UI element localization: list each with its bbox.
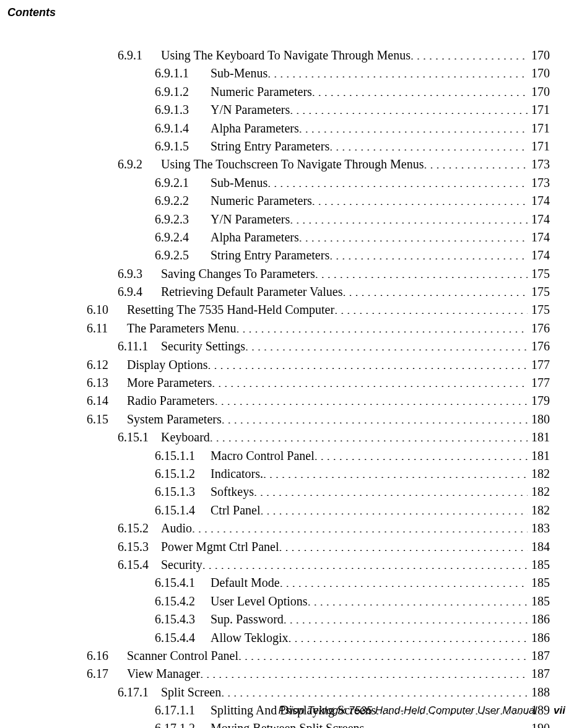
toc-entry-number: 6.15.4.2 bbox=[155, 592, 211, 610]
toc-entry: 6.9.1.3Y/N Parameters171 bbox=[37, 101, 550, 119]
toc-entry-number: 6.15.3 bbox=[118, 538, 161, 556]
toc-entry-title: Softkeys bbox=[211, 483, 254, 501]
toc-entry-title: User Level Options bbox=[211, 592, 308, 610]
toc-entry-page: 188 bbox=[528, 683, 550, 701]
toc-entry-number: 6.15 bbox=[87, 410, 127, 428]
toc-entry: 6.9.2.1Sub-Menus173 bbox=[37, 174, 550, 192]
toc-leader bbox=[280, 574, 528, 587]
toc-entry-page: 175 bbox=[528, 265, 550, 283]
page-footer: Psion Teklogix 7535 Hand-Held Computer U… bbox=[278, 704, 565, 717]
toc-entry-title: Sub-Menus bbox=[211, 174, 267, 192]
toc-entry: 6.9.2.4Alpha Parameters174 bbox=[37, 228, 550, 246]
toc-entry-number: 6.9.2 bbox=[118, 155, 161, 173]
toc-leader bbox=[254, 483, 528, 496]
toc-leader bbox=[290, 102, 528, 114]
toc-entry-page: 174 bbox=[528, 246, 550, 264]
toc-entry: 6.11The Parameters Menu176 bbox=[37, 319, 550, 337]
toc-entry-number: 6.9.1 bbox=[118, 46, 161, 64]
toc-entry-number: 6.15.1.4 bbox=[155, 501, 211, 519]
toc-entry-number: 6.14 bbox=[87, 392, 127, 410]
toc-leader bbox=[237, 320, 528, 332]
toc-entry-page: 190 bbox=[528, 719, 550, 728]
toc-leader bbox=[315, 266, 528, 278]
toc-entry-title: Ctrl Panel bbox=[211, 501, 261, 519]
toc-entry-title: Resetting The 7535 Hand-Held Computer bbox=[127, 301, 334, 319]
toc-entry-page: 184 bbox=[528, 538, 550, 556]
toc-entry: 6.9.1.4Alpha Parameters171 bbox=[37, 119, 550, 137]
toc-entry: 6.15.3Power Mgmt Ctrl Panel184 bbox=[37, 538, 550, 556]
toc-entry-title: Split Screen bbox=[161, 683, 221, 701]
toc-entry-title: String Entry Parameters bbox=[211, 137, 329, 155]
toc-entry-number: 6.15.1.2 bbox=[155, 465, 211, 483]
toc-entry-page: 170 bbox=[528, 46, 550, 64]
toc-entry-title: Radio Parameters bbox=[127, 392, 215, 410]
toc-entry-page: 174 bbox=[528, 210, 550, 228]
toc-entry-title: Retrieving Default Parameter Values bbox=[161, 283, 342, 301]
toc-entry-number: 6.15.1.3 bbox=[155, 483, 211, 501]
toc-entry-number: 6.15.4.3 bbox=[155, 610, 211, 628]
toc-entry: 6.9.2.2Numeric Parameters174 bbox=[37, 192, 550, 210]
toc-leader bbox=[312, 84, 528, 96]
toc-entry-page: 171 bbox=[528, 137, 550, 155]
toc-leader bbox=[263, 466, 528, 478]
toc-entry-title: Macro Control Panel bbox=[211, 447, 315, 465]
toc-entry-number: 6.17.1 bbox=[118, 683, 161, 701]
toc-entry: 6.14Radio Parameters179 bbox=[37, 392, 550, 410]
toc-entry-number: 6.9.1.2 bbox=[155, 83, 211, 101]
toc-entry-page: 187 bbox=[528, 647, 550, 665]
toc-entry-number: 6.9.4 bbox=[118, 283, 161, 301]
toc-leader bbox=[202, 557, 528, 569]
toc-entry-title: Power Mgmt Ctrl Panel bbox=[161, 538, 279, 556]
toc-entry-page: 183 bbox=[528, 519, 550, 537]
toc-entry: 6.9.1.1Sub-Menus170 bbox=[37, 64, 550, 82]
toc-entry-number: 6.15.4.4 bbox=[155, 629, 211, 647]
toc-entry-title: Alpha Parameters bbox=[211, 228, 299, 246]
toc-entry-title: Numeric Parameters bbox=[211, 83, 312, 101]
toc-entry-page: 181 bbox=[528, 447, 550, 465]
toc-entry-page: 181 bbox=[528, 428, 550, 446]
toc-entry-number: 6.9.2.1 bbox=[155, 174, 211, 192]
toc-leader bbox=[261, 502, 528, 514]
toc-entry: 6.17.1Split Screen188 bbox=[37, 683, 550, 701]
toc-leader bbox=[221, 684, 528, 696]
toc-entry: 6.9.2Using The Touchscreen To Navigate T… bbox=[37, 155, 550, 173]
toc-entry-number: 6.13 bbox=[87, 374, 127, 392]
toc-entry-title: View Manager bbox=[127, 665, 200, 683]
toc-entry: 6.15.4.1Default Mode185 bbox=[37, 574, 550, 592]
toc-leader bbox=[342, 284, 528, 296]
toc-entry-page: 182 bbox=[528, 465, 550, 483]
toc-entry: 6.15.4.4Allow Teklogix186 bbox=[37, 629, 550, 647]
toc-leader bbox=[424, 156, 528, 168]
toc-leader bbox=[299, 229, 528, 241]
toc-leader bbox=[288, 630, 528, 642]
toc-leader bbox=[299, 120, 528, 132]
toc-entry: 6.15.4Security185 bbox=[37, 556, 550, 574]
toc-entry: 6.9.1.2Numeric Parameters170 bbox=[37, 83, 550, 101]
toc-entry-page: 179 bbox=[528, 392, 550, 410]
page-header: Contents bbox=[7, 6, 56, 19]
toc-entry-title: Y/N Parameters bbox=[211, 101, 290, 119]
toc-entry-number: 6.9.3 bbox=[118, 265, 161, 283]
toc-entry-title: Indicators. bbox=[211, 465, 263, 483]
toc-leader bbox=[279, 539, 528, 551]
toc-entry-title: Sub-Menus bbox=[211, 64, 267, 82]
toc-entry-number: 6.9.1.1 bbox=[155, 64, 211, 82]
toc-entry: 6.10Resetting The 7535 Hand-Held Compute… bbox=[37, 301, 550, 319]
toc-entry-title: Numeric Parameters bbox=[211, 192, 312, 210]
toc-entry-page: 174 bbox=[528, 228, 550, 246]
toc-entry-page: 182 bbox=[528, 501, 550, 519]
toc-entry: 6.15.1Keyboard181 bbox=[37, 428, 550, 446]
toc-leader bbox=[329, 138, 528, 150]
toc-entry-number: 6.9.1.5 bbox=[155, 137, 211, 155]
toc-leader bbox=[208, 357, 528, 369]
toc-leader bbox=[329, 247, 528, 259]
toc-entry-number: 6.17.1.2 bbox=[155, 719, 211, 728]
toc-entry: 6.15.4.2User Level Options185 bbox=[37, 592, 550, 610]
toc-leader bbox=[238, 648, 528, 660]
toc-entry: 6.17.1.2Moving Between Split Screens190 bbox=[37, 719, 550, 728]
toc-leader bbox=[222, 411, 528, 423]
toc-entry-title: Saving Changes To Parameters bbox=[161, 265, 315, 283]
toc-entry-title: Sup. Password bbox=[211, 610, 284, 628]
toc-entry-title: Y/N Parameters bbox=[211, 210, 290, 228]
table-of-contents: 6.9.1Using The Keyboard To Navigate Thro… bbox=[37, 46, 550, 728]
